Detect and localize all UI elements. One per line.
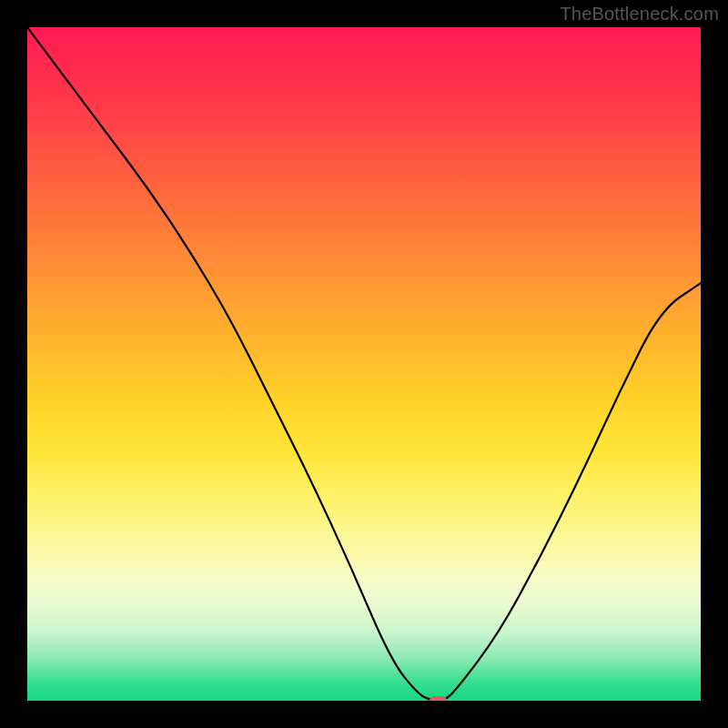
optimum-marker: [430, 696, 447, 701]
chart-frame: TheBottleneck.com: [0, 0, 728, 728]
watermark-text: TheBottleneck.com: [560, 4, 719, 25]
bottleneck-curve: [27, 27, 701, 701]
plot-area: [27, 27, 701, 701]
